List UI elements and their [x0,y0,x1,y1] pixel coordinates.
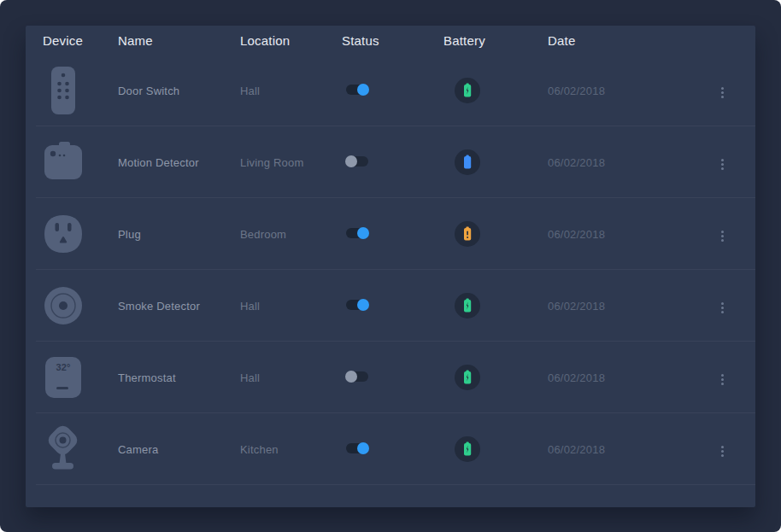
column-header-name: Name [118,33,240,48]
device-date: 06/02/2018 [548,156,706,169]
table-header: Device Name Location Status Battery Date [26,26,755,55]
svg-text:32°: 32° [56,362,70,372]
device-location: Hall [240,300,342,313]
device-table: Device Name Location Status Battery Date… [26,26,755,507]
table-row: Smoke Detector Hall 06/02/2018 [26,270,755,342]
column-header-battery: Battery [443,33,548,48]
device-location: Living Room [240,156,342,169]
camera-icon [43,422,84,476]
device-name: Door Switch [118,85,240,97]
device-date: 06/02/2018 [548,371,706,384]
app-background: Device Name Location Status Battery Date… [0,0,781,532]
battery-full-icon [455,149,480,175]
toggle-knob [357,84,369,96]
column-header-device: Device [43,33,118,48]
toggle-knob [357,442,369,454]
status-toggle[interactable] [346,371,368,382]
column-header-date: Date [548,33,706,48]
status-toggle[interactable] [346,85,368,95]
table-row: Door Switch Hall 06/02/2018 [26,55,755,126]
plug-icon [43,207,84,261]
more-menu-button[interactable] [716,84,729,102]
battery-good-icon [455,293,480,319]
device-date: 06/02/2018 [548,300,706,313]
more-menu-button[interactable] [716,299,729,317]
device-date: 06/02/2018 [548,85,706,97]
battery-low-icon [455,221,480,247]
table-body: Door Switch Hall 06/02/2018 Motion Detec… [26,55,755,485]
table-row: Plug Bedroom 06/02/2018 [26,198,755,270]
toggle-knob [345,155,357,167]
device-name: Plug [118,228,240,241]
device-name: Motion Detector [118,156,240,169]
battery-good-icon [455,78,480,103]
table-row: Camera Kitchen 06/02/2018 [26,413,755,485]
toggle-knob [345,371,357,383]
more-menu-button[interactable] [716,371,729,389]
status-toggle[interactable] [346,228,368,238]
battery-good-icon [455,365,480,390]
smoke-detector-icon [43,278,84,333]
device-name: Thermostat [118,371,240,384]
table-row: 32° Thermostat Hall 06/02/2018 [26,342,755,413]
status-toggle[interactable] [346,443,368,453]
toggle-knob [357,227,369,239]
device-date: 06/02/2018 [548,228,706,241]
device-name: Smoke Detector [118,300,240,313]
device-location: Hall [240,371,342,384]
thermostat-icon: 32° [43,350,84,405]
status-toggle[interactable] [346,156,368,167]
more-menu-button[interactable] [716,155,729,173]
status-toggle[interactable] [346,300,368,310]
battery-good-icon [455,436,480,462]
device-location: Hall [240,85,342,97]
motion-detector-icon [43,135,84,190]
toggle-knob [357,299,369,311]
device-date: 06/02/2018 [548,443,706,456]
more-menu-button[interactable] [716,442,729,460]
column-header-location: Location [240,33,342,48]
remote-icon [43,63,84,118]
more-menu-button[interactable] [716,227,729,245]
column-header-status: Status [342,33,443,48]
device-location: Bedroom [240,228,342,241]
device-location: Kitchen [240,443,342,456]
table-row: Motion Detector Living Room 06/02/2018 [26,126,755,198]
device-name: Camera [118,443,240,456]
